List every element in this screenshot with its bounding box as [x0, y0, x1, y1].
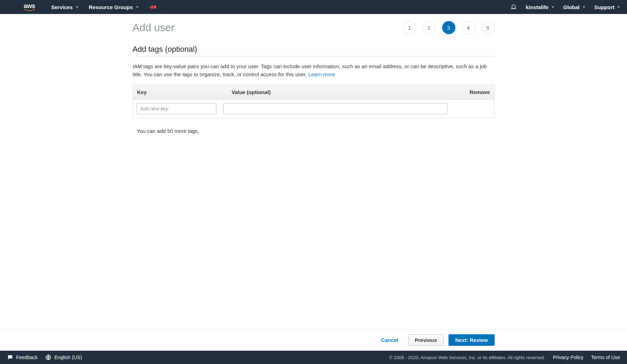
- page-title: Add user: [133, 22, 175, 34]
- footer: Feedback English (US) © 2008 - 2020, Ama…: [0, 351, 627, 364]
- col-header-key: Key: [133, 85, 228, 99]
- feedback-label: Feedback: [16, 355, 37, 360]
- aws-logo-text: aws: [24, 3, 35, 9]
- bell-icon: [510, 3, 517, 10]
- region-menu[interactable]: Global: [563, 4, 585, 10]
- next-review-button[interactable]: Next: Review: [448, 334, 494, 346]
- terms-of-use-link[interactable]: Terms of Use: [591, 355, 620, 360]
- step-5[interactable]: 5: [481, 21, 495, 34]
- privacy-policy-link[interactable]: Privacy Policy: [553, 355, 583, 360]
- remove-cell: [451, 107, 482, 110]
- support-menu[interactable]: Support: [594, 4, 620, 10]
- chevron-down-icon: [583, 6, 585, 8]
- account-menu[interactable]: kinstalife: [526, 4, 554, 10]
- section-title: Add tags (optional): [133, 45, 495, 56]
- tags-table: Key Value (optional) Remove: [133, 85, 495, 118]
- wizard-steps: 1 2 3 4 5: [403, 21, 495, 34]
- footer-left: Feedback English (US): [7, 354, 82, 361]
- table-row: [133, 100, 494, 118]
- resource-groups-label: Resource Groups: [89, 4, 133, 10]
- aws-smile-icon: [22, 9, 36, 12]
- section-description: IAM tags are key-value pairs you can add…: [133, 63, 495, 78]
- tags-table-header: Key Value (optional) Remove: [133, 85, 494, 100]
- resource-groups-menu[interactable]: Resource Groups: [89, 4, 139, 10]
- value-cell: [220, 102, 451, 116]
- feedback-link[interactable]: Feedback: [7, 354, 37, 361]
- top-nav: aws Services Resource Groups 📌 kinstalif…: [0, 0, 627, 14]
- header-row: Add user 1 2 3 4 5: [133, 21, 495, 34]
- globe-icon: [45, 354, 51, 361]
- region-label: Global: [563, 4, 580, 10]
- step-1[interactable]: 1: [403, 21, 416, 34]
- copyright-text: © 2008 - 2020, Amazon Web Services, Inc.…: [389, 355, 545, 360]
- account-label: kinstalife: [526, 4, 549, 10]
- tag-count-message: You can add 50 more tags.: [133, 123, 495, 134]
- nav-left: Services Resource Groups 📌: [51, 4, 156, 10]
- key-cell: [133, 102, 220, 116]
- services-menu[interactable]: Services: [51, 4, 78, 10]
- pin-shortcut[interactable]: 📌: [149, 4, 156, 10]
- action-bar: Cancel Previous Next: Review: [0, 329, 627, 351]
- previous-button[interactable]: Previous: [408, 334, 444, 346]
- support-label: Support: [594, 4, 615, 10]
- nav-right: kinstalife Global Support: [510, 3, 620, 11]
- footer-right: © 2008 - 2020, Amazon Web Services, Inc.…: [389, 355, 620, 360]
- chevron-down-icon: [136, 6, 139, 8]
- tag-value-input[interactable]: [223, 103, 447, 114]
- aws-logo[interactable]: aws: [22, 3, 36, 12]
- chat-icon: [7, 354, 13, 361]
- col-header-remove: Remove: [463, 85, 494, 99]
- services-label: Services: [51, 4, 73, 10]
- step-3[interactable]: 3: [442, 21, 455, 34]
- cancel-button[interactable]: Cancel: [376, 334, 403, 346]
- col-header-value: Value (optional): [228, 85, 463, 99]
- language-selector[interactable]: English (US): [45, 354, 82, 361]
- step-4[interactable]: 4: [462, 21, 475, 34]
- action-inner: Cancel Previous Next: Review: [133, 334, 495, 346]
- pin-icon: 📌: [148, 2, 158, 12]
- learn-more-link[interactable]: Learn more: [308, 71, 335, 77]
- chevron-down-icon: [551, 6, 554, 8]
- language-label: English (US): [54, 355, 82, 360]
- chevron-down-icon: [617, 6, 620, 8]
- notifications-button[interactable]: [510, 3, 517, 11]
- main-content: Add user 1 2 3 4 5 Add tags (optional) I…: [133, 14, 495, 322]
- step-2[interactable]: 2: [423, 21, 436, 34]
- tag-key-input[interactable]: [137, 103, 216, 114]
- chevron-down-icon: [76, 6, 78, 8]
